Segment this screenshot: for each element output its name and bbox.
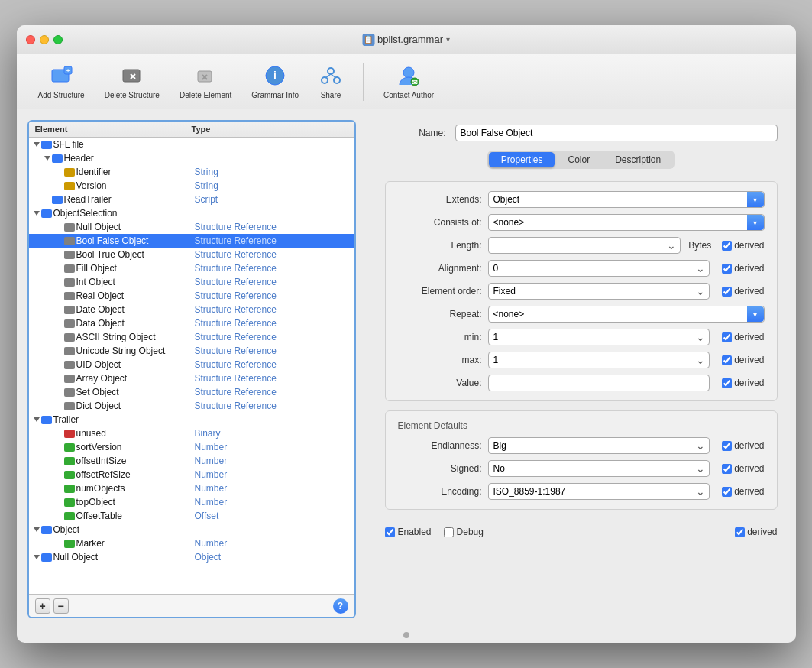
tree-row[interactable]: topObjectNumber (29, 495, 354, 509)
tab-color[interactable]: Color (555, 152, 602, 167)
tree-body[interactable]: SFL fileHeaderIdentifierStringVersionStr… (29, 138, 354, 594)
delete-structure-button[interactable]: Delete Structure (99, 60, 166, 102)
remove-item-button[interactable]: − (53, 598, 69, 614)
element-order-select[interactable]: Fixed (488, 283, 710, 300)
tree-row[interactable]: Trailer (29, 413, 354, 426)
tree-row[interactable]: Null ObjectObject (29, 550, 354, 564)
tree-triangle-down-icon[interactable] (34, 555, 40, 559)
tree-item-icon (64, 485, 75, 493)
value-derived-cb[interactable] (722, 378, 732, 388)
tree-row[interactable]: Dict ObjectStructure Reference (29, 399, 354, 413)
signed-derived-cb[interactable] (722, 464, 732, 474)
tree-row[interactable]: ASCII String ObjectStructure Reference (29, 330, 354, 344)
maximize-button[interactable] (53, 35, 63, 44)
window-title: bplist.grammar (377, 34, 443, 45)
tree-item-label: Marker (76, 538, 105, 549)
consists-of-control[interactable]: <none> ▾ (488, 214, 765, 231)
alignment-select[interactable]: 0 (488, 260, 710, 277)
value-row: Value: derived (398, 375, 765, 391)
svg-text:+: + (66, 67, 70, 74)
max-row: max: 1 derived (398, 352, 765, 368)
tree-item-label: Bool False Object (76, 235, 149, 246)
min-derived-cb[interactable] (722, 332, 732, 342)
max-select[interactable]: 1 (488, 352, 710, 368)
tab-properties[interactable]: Properties (489, 152, 555, 167)
element-defaults-section: Element Defaults Endianness: Big derived (385, 410, 778, 510)
tree-row[interactable]: offsetIntSizeNumber (29, 454, 354, 468)
close-button[interactable] (26, 35, 35, 44)
tree-row[interactable]: Set ObjectStructure Reference (29, 385, 354, 399)
min-select[interactable]: 1 (488, 329, 710, 345)
alignment-derived-cb[interactable] (722, 264, 732, 274)
extends-control[interactable]: Object ▾ (488, 191, 765, 208)
delete-element-button[interactable]: Delete Element (173, 60, 238, 102)
tree-cell-label: sortVersion (29, 442, 192, 452)
enabled-checkbox[interactable] (385, 527, 395, 537)
tree-triangle-down-icon[interactable] (34, 527, 40, 532)
debug-checkbox[interactable] (444, 527, 454, 537)
bottom-derived-cb[interactable] (735, 527, 745, 537)
tree-row[interactable]: numObjectsNumber (29, 482, 354, 495)
encoding-derived-cb[interactable] (722, 487, 732, 497)
tree-row[interactable]: Header (29, 151, 354, 165)
tree-row[interactable]: Date ObjectStructure Reference (29, 303, 354, 316)
element-defaults-title: Element Defaults (398, 420, 765, 431)
tree-row[interactable]: Bool True ObjectStructure Reference (29, 248, 354, 261)
tree-row[interactable]: UID ObjectStructure Reference (29, 358, 354, 371)
tree-triangle-down-icon[interactable] (34, 142, 40, 147)
detail-panel: Name: Properties Color Description Exten… (367, 109, 796, 629)
encoding-select[interactable]: ISO_8859-1:1987 (488, 483, 710, 500)
share-button[interactable]: Share (312, 60, 349, 102)
extends-arrow[interactable]: ▾ (747, 192, 764, 207)
endianness-select[interactable]: Big (488, 437, 710, 454)
tab-description[interactable]: Description (603, 152, 673, 167)
tree-row[interactable]: offsetRefSizeNumber (29, 468, 354, 482)
tree-row[interactable]: MarkerNumber (29, 537, 354, 550)
tree-row[interactable]: ObjectSelection (29, 206, 354, 220)
tree-row[interactable]: SFL file (29, 138, 354, 151)
tree-row[interactable]: Fill ObjectStructure Reference (29, 261, 354, 275)
add-structure-button[interactable]: + Add Structure (32, 60, 91, 102)
max-select-wrapper: 1 (488, 352, 710, 368)
repeat-control[interactable]: <none> ▾ (488, 306, 765, 323)
tree-row[interactable]: unusedBinary (29, 426, 354, 440)
signed-select[interactable]: No (488, 460, 710, 477)
minimize-button[interactable] (40, 35, 49, 44)
tree-cell-label: Null Object (29, 222, 192, 232)
tree-row[interactable]: VersionString (29, 179, 354, 193)
value-derived-label: derived (734, 378, 764, 388)
tree-row[interactable]: sortVersionNumber (29, 440, 354, 454)
endianness-label: Endianness: (398, 440, 482, 451)
consists-of-arrow[interactable]: ▾ (747, 215, 764, 230)
length-derived-cb[interactable] (722, 241, 732, 251)
name-input[interactable] (455, 125, 778, 141)
endianness-derived-cb[interactable] (722, 441, 732, 451)
contact-author-button[interactable]: ✉ Contact Author (377, 60, 440, 102)
max-derived-cb[interactable] (722, 355, 732, 365)
tree-row[interactable]: Int ObjectStructure Reference (29, 275, 354, 289)
help-button[interactable]: ? (333, 598, 348, 614)
length-select[interactable] (488, 237, 681, 254)
tree-row[interactable]: IdentifierString (29, 165, 354, 179)
tree-row[interactable]: Data ObjectStructure Reference (29, 316, 354, 330)
tree-triangle-down-icon[interactable] (34, 211, 40, 216)
tree-triangle-down-icon[interactable] (44, 156, 50, 161)
repeat-arrow[interactable]: ▾ (747, 306, 764, 322)
add-item-button[interactable]: + (35, 598, 50, 614)
tree-row[interactable]: Array ObjectStructure Reference (29, 371, 354, 385)
tree-row[interactable]: OffsetTableOffset (29, 509, 354, 523)
tree-row[interactable]: Null ObjectStructure Reference (29, 220, 354, 234)
tree-item-icon (41, 209, 52, 218)
element-order-derived-cb[interactable] (722, 287, 732, 297)
tree-cell-label: Marker (29, 538, 192, 549)
tree-row[interactable]: Unicode String ObjectStructure Reference (29, 344, 354, 358)
tree-row[interactable]: Real ObjectStructure Reference (29, 289, 354, 303)
title-dropdown-arrow[interactable]: ▾ (446, 35, 450, 44)
tree-row[interactable]: Bool False ObjectStructure Reference (29, 234, 354, 248)
tree-row[interactable]: ReadTrailerScript (29, 193, 354, 206)
scroll-indicator (403, 632, 409, 638)
value-input[interactable] (488, 375, 710, 391)
tree-row[interactable]: Object (29, 523, 354, 537)
grammar-info-button[interactable]: i Grammar Info (245, 60, 305, 102)
tree-triangle-down-icon[interactable] (34, 417, 40, 422)
